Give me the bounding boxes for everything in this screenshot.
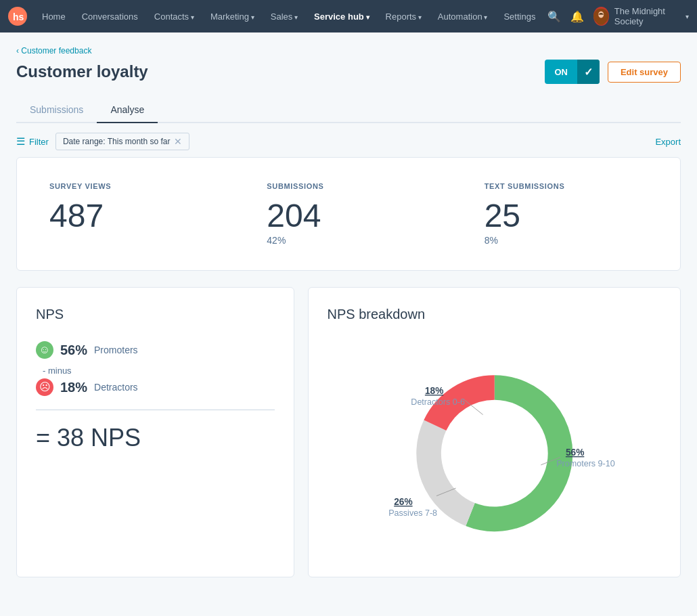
nps-promoters-row: ☺ 56% Promoters [36, 341, 275, 359]
promoters-desc-label: Promoters 9-10 [556, 459, 615, 468]
detractors-pct-label: 18% [424, 386, 443, 396]
detractors-emoji-icon: ☹ [36, 378, 53, 396]
nav-marketing[interactable]: Marketing [204, 7, 261, 26]
promoters-pct: 56% [60, 343, 87, 358]
nav-automation[interactable]: Automation [431, 7, 495, 26]
nps-card: NPS ☺ 56% Promoters - minus ☹ 18% Detrac… [16, 287, 294, 577]
nav-sales[interactable]: Sales [264, 7, 305, 26]
submissions-label: SUBMISSIONS [267, 182, 430, 190]
bottom-cards: NPS ☺ 56% Promoters - minus ☹ 18% Detrac… [16, 287, 681, 577]
nps-divider [36, 410, 275, 410]
breadcrumb[interactable]: Customer feedback [16, 46, 681, 56]
date-range-clear-icon[interactable]: ✕ [174, 136, 182, 147]
filter-button[interactable]: ☰ Filter [16, 135, 49, 148]
donut-chart-area: 18% Detractors 0-6 56% Promoters 9-10 26… [328, 341, 662, 558]
search-icon[interactable]: 🔍 [547, 10, 561, 23]
page-title: Customer loyalty [16, 62, 148, 81]
date-range-text: Date range: This month so far [63, 137, 171, 146]
nav-conversations[interactable]: Conversations [75, 7, 145, 26]
toggle-button[interactable]: ON ✓ [545, 60, 600, 84]
nav-settings[interactable]: Settings [497, 7, 542, 26]
passives-segment [428, 425, 470, 514]
tab-submissions[interactable]: Submissions [16, 97, 97, 123]
avatar [593, 7, 608, 26]
svg-text:hs: hs [13, 12, 24, 22]
nps-card-title: NPS [36, 307, 275, 322]
nps-result: = 38 NPS [36, 424, 275, 452]
header-actions: ON ✓ Edit survey [545, 60, 681, 84]
stat-survey-views: SURVEY VIEWS 487 [49, 182, 212, 246]
detractors-pct: 18% [60, 380, 87, 395]
tab-bar: Submissions Analyse [16, 97, 681, 123]
filter-bar: ☰ Filter Date range: This month so far ✕… [16, 123, 681, 157]
toggle-on-label: ON [545, 60, 577, 84]
stat-submissions: SUBMISSIONS 204 42% [267, 182, 430, 246]
nps-minus-label: - minus [43, 366, 275, 376]
top-navigation: hs Home Conversations Contacts Marketing… [0, 0, 697, 32]
promoters-emoji-icon: ☺ [36, 341, 53, 359]
tab-analyse[interactable]: Analyse [97, 97, 158, 123]
svg-point-4 [597, 18, 606, 25]
user-name: The Midnight Society [614, 6, 680, 26]
nav-home[interactable]: Home [35, 7, 72, 26]
detractors-label: Detractors [94, 382, 138, 393]
passives-desc-label: Passives 7-8 [388, 508, 437, 518]
donut-segments [428, 388, 560, 519]
promoters-pct-label: 56% [565, 447, 583, 458]
export-button[interactable]: Export [655, 137, 681, 147]
nav-reports[interactable]: Reports [379, 7, 428, 26]
filter-left: ☰ Filter Date range: This month so far ✕ [16, 133, 189, 150]
filter-icon: ☰ [16, 135, 25, 148]
submissions-sub: 42% [267, 235, 430, 246]
page-header: Customer loyalty ON ✓ Edit survey [16, 60, 681, 84]
detractors-desc-label: Detractors 0-6 [411, 397, 465, 407]
hubspot-logo[interactable]: hs [8, 7, 27, 26]
stats-card: SURVEY VIEWS 487 SUBMISSIONS 204 42% TEX… [16, 157, 681, 271]
user-menu[interactable]: The Midnight Society ▾ [593, 6, 689, 26]
nav-service-hub[interactable]: Service hub [307, 7, 376, 26]
nps-detractors-row: ☹ 18% Detractors [36, 378, 275, 396]
toggle-checkmark-icon: ✓ [577, 60, 600, 84]
edit-survey-button[interactable]: Edit survey [608, 62, 681, 83]
text-submissions-sub: 8% [485, 235, 648, 246]
promoters-segment [470, 388, 560, 519]
notification-icon[interactable]: 🔔 [570, 10, 584, 23]
stat-text-submissions: TEXT SUBMISSIONS 25 8% [485, 182, 648, 246]
survey-views-value: 487 [49, 200, 212, 232]
survey-views-label: SURVEY VIEWS [49, 182, 212, 190]
nav-contacts[interactable]: Contacts [148, 7, 201, 26]
nps-breakdown-card: NPS breakdown [308, 287, 681, 577]
filter-label: Filter [29, 137, 49, 147]
submissions-value: 204 [267, 200, 430, 232]
date-range-badge: Date range: This month so far ✕ [55, 133, 190, 150]
user-dropdown-icon: ▾ [685, 13, 689, 20]
nps-breakdown-title: NPS breakdown [328, 307, 662, 322]
text-submissions-label: TEXT SUBMISSIONS [485, 182, 648, 190]
page-content: Customer feedback Customer loyalty ON ✓ … [0, 32, 697, 591]
donut-chart-svg: 18% Detractors 0-6 56% Promoters 9-10 26… [328, 341, 662, 558]
promoters-label: Promoters [94, 345, 138, 355]
passives-pct-label: 26% [394, 497, 412, 507]
text-submissions-value: 25 [485, 200, 648, 232]
